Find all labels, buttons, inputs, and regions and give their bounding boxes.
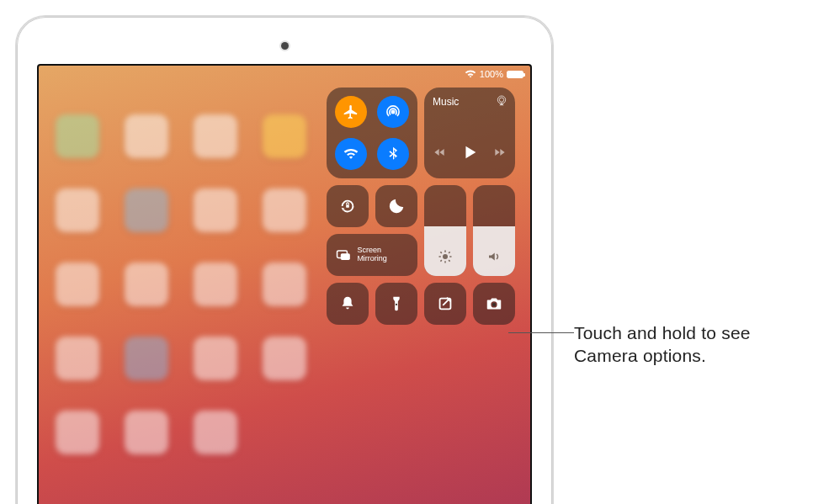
media-transport: [433, 143, 507, 165]
screen-mirroring-label: Screen Mirroring: [357, 247, 409, 263]
svg-line-12: [449, 252, 450, 253]
quick-note-button[interactable]: [424, 283, 466, 325]
ipad-bezel: 100% M: [15, 15, 554, 504]
volume-slider[interactable]: [473, 185, 515, 276]
airplane-icon: [343, 103, 359, 120]
svg-point-15: [396, 304, 397, 305]
forward-icon: [492, 146, 506, 159]
bluetooth-icon: [385, 146, 401, 162]
wifi-button[interactable]: [335, 138, 367, 170]
ipad-screen: 100% M: [37, 64, 532, 504]
play-button[interactable]: [460, 143, 479, 165]
wifi-status-icon: [465, 70, 476, 78]
svg-point-2: [499, 98, 503, 102]
airdrop-button[interactable]: [377, 96, 409, 128]
brightness-icon: [438, 249, 453, 268]
forward-button[interactable]: [492, 146, 506, 162]
airplane-mode-button[interactable]: [335, 96, 367, 128]
svg-point-0: [391, 110, 396, 114]
svg-point-1: [497, 96, 505, 103]
battery-percent: 100%: [480, 69, 503, 79]
camera-button[interactable]: [473, 283, 515, 325]
rotation-lock-icon: [338, 197, 357, 215]
flashlight-icon: [387, 294, 406, 313]
bell-icon: [338, 294, 357, 313]
play-icon: [460, 143, 479, 162]
callout-leader-line: [508, 332, 574, 333]
svg-line-9: [440, 252, 442, 253]
camera-icon: [485, 294, 503, 313]
svg-point-17: [492, 303, 496, 306]
front-camera: [281, 42, 289, 50]
airplay-icon[interactable]: [495, 94, 508, 108]
screen-mirroring-button[interactable]: Screen Mirroring: [327, 234, 417, 276]
brightness-slider[interactable]: [424, 185, 466, 276]
svg-line-10: [449, 260, 450, 262]
svg-line-11: [440, 260, 442, 262]
status-bar: 100%: [465, 69, 523, 79]
rewind-icon: [433, 146, 447, 159]
connectivity-group[interactable]: [327, 88, 417, 178]
svg-point-4: [443, 254, 448, 259]
screen-mirroring-icon: [335, 246, 352, 264]
volume-icon: [486, 249, 502, 268]
battery-icon: [507, 71, 523, 78]
wifi-icon: [343, 146, 359, 162]
media-playback-group[interactable]: Music: [424, 88, 515, 178]
callout-text: Touch and hold to see Camera options.: [574, 321, 793, 368]
do-not-disturb-button[interactable]: [375, 185, 417, 227]
bluetooth-button[interactable]: [377, 138, 409, 170]
flashlight-button[interactable]: [375, 283, 417, 325]
rotation-lock-button[interactable]: [327, 185, 369, 227]
quick-note-icon: [436, 294, 454, 313]
do-not-disturb-icon: [387, 197, 406, 215]
svg-rect-14: [341, 253, 350, 260]
rewind-button[interactable]: [433, 146, 447, 162]
silent-mode-button[interactable]: [327, 283, 369, 325]
airdrop-icon: [385, 103, 401, 120]
control-center: Music: [327, 88, 522, 325]
svg-rect-3: [346, 204, 349, 208]
